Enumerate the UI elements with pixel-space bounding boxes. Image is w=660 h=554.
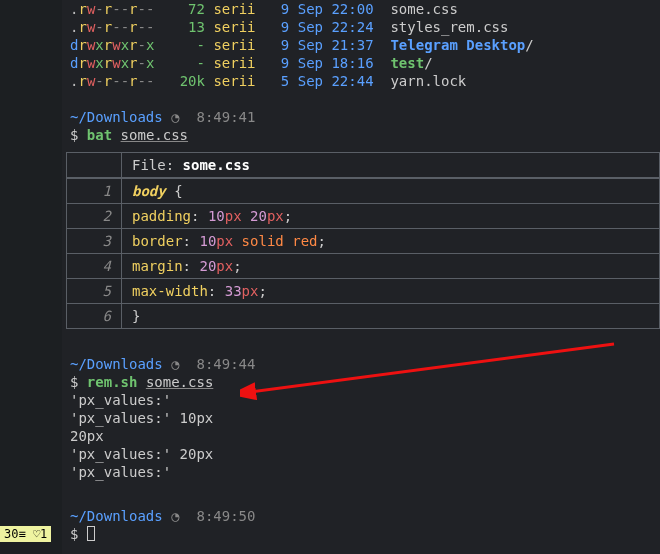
prompt-1: ~/Downloads ◔ 8:49:41 (66, 108, 660, 126)
output-line: 'px_values:' 10px (66, 409, 660, 427)
output-line: 'px_values:' (66, 391, 660, 409)
line-number: 2 (67, 204, 122, 229)
ls-row: .rw-r--r-- 20k serii 5 Sep 22:44 yarn.lo… (66, 72, 660, 90)
ls-row: .rw-r--r-- 72 serii 9 Sep 22:00 some.css (66, 0, 660, 18)
code-line: border: 10px solid red; (122, 229, 660, 254)
status-badge: 30≡ ♡1 (0, 526, 51, 542)
window-left-strip (0, 0, 62, 554)
bat-file-header: File: some.css (122, 153, 660, 178)
terminal-screenshot: 30≡ ♡1 .rw-r--r-- 72 serii 9 Sep 22:00 s… (0, 0, 660, 554)
bat-output: File: some.css 1body {2 padding: 10px 20… (66, 152, 660, 329)
bat-gutter-header (67, 153, 122, 178)
output-line: 'px_values:' 20px (66, 445, 660, 463)
line-number: 4 (67, 254, 122, 279)
code-line: margin: 20px; (122, 254, 660, 279)
output-line: 'px_values:' (66, 463, 660, 481)
code-line: body { (122, 179, 660, 204)
ls-row: drwxrwxr-x - serii 9 Sep 18:16 test/ (66, 54, 660, 72)
ls-row: drwxrwxr-x - serii 9 Sep 21:37 Telegram … (66, 36, 660, 54)
output-line: 20px (66, 427, 660, 445)
line-number: 5 (67, 279, 122, 304)
command-2[interactable]: $ rem.sh some.css (66, 373, 660, 391)
terminal[interactable]: .rw-r--r-- 72 serii 9 Sep 22:00 some.css… (62, 0, 660, 554)
prompt-2: ~/Downloads ◔ 8:49:44 (66, 355, 660, 373)
command-output: 'px_values:' 'px_values:' 10px 20px 'px_… (66, 391, 660, 481)
code-line: max-width: 33px; (122, 279, 660, 304)
code-line: } (122, 304, 660, 329)
ls-row: .rw-r--r-- 13 serii 9 Sep 22:24 styles_r… (66, 18, 660, 36)
bat-body: 1body {2 padding: 10px 20px;3 border: 10… (66, 178, 660, 329)
cursor (87, 526, 95, 541)
line-number: 3 (67, 229, 122, 254)
code-line: padding: 10px 20px; (122, 204, 660, 229)
command-1[interactable]: $ bat some.css (66, 126, 660, 144)
line-number: 1 (67, 179, 122, 204)
line-number: 6 (67, 304, 122, 329)
prompt-3: ~/Downloads ◔ 8:49:50 (66, 507, 660, 525)
ls-output: .rw-r--r-- 72 serii 9 Sep 22:00 some.css… (66, 0, 660, 90)
command-3-empty[interactable]: $ (66, 525, 660, 543)
